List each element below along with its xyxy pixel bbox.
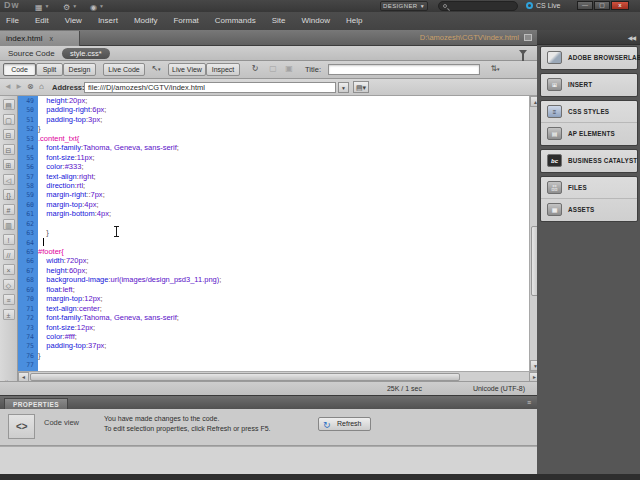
code-line-71[interactable]: 71 text-align:center;	[18, 304, 529, 313]
horizontal-scrollbar[interactable]: ◄ ►	[18, 371, 540, 381]
panel-item-adobe-browserlab[interactable]: ADOBE BROWSERLAB	[541, 47, 637, 69]
collapse-full-tag-icon[interactable]: ⊟	[3, 129, 15, 140]
code-line-59[interactable]: 59 margin-right::7px;	[18, 190, 529, 199]
balance-braces-icon[interactable]: {}	[3, 189, 15, 200]
code-line-66[interactable]: 66 width:720px;	[18, 256, 529, 265]
design-view-button[interactable]: Design	[63, 63, 96, 76]
tab-close-icon[interactable]: x	[49, 35, 53, 42]
code-line-60[interactable]: 60 margin-top:4px;	[18, 200, 529, 209]
select-parent-tag-icon[interactable]: ◁	[3, 174, 15, 185]
menu-format[interactable]: Format	[165, 12, 206, 30]
refresh-button[interactable]: ↻Refresh	[318, 417, 371, 431]
menu-commands[interactable]: Commands	[207, 12, 264, 30]
filter-related-files-icon[interactable]	[519, 50, 527, 55]
forward-icon[interactable]: ►	[15, 81, 23, 93]
panel-item-business-catalyst[interactable]: bcBUSINESS CATALYST	[541, 150, 637, 172]
menu-insert[interactable]: Insert	[90, 12, 126, 30]
home-icon[interactable]: ⌂	[39, 81, 44, 93]
collapse-selection-icon[interactable]: ⊟	[3, 144, 15, 155]
code-view-button[interactable]: Code	[3, 63, 36, 76]
document-title-input[interactable]	[328, 64, 480, 75]
refresh-design-view-icon[interactable]: ↻	[248, 63, 262, 76]
restore-doc-window-icon[interactable]	[524, 34, 532, 41]
code-line-65[interactable]: 65#footer{	[18, 247, 529, 256]
remove-comment-icon[interactable]: ×	[3, 264, 15, 275]
expand-all-icon[interactable]: ⊞	[3, 159, 15, 170]
menu-view[interactable]: View	[57, 12, 90, 30]
code-line-57[interactable]: 57 text-align:right;	[18, 172, 529, 181]
address-dropdown-icon[interactable]: ▼	[338, 82, 349, 93]
properties-panel-header[interactable]: PROPERTIES ≡	[0, 395, 537, 409]
minimize-button[interactable]: —	[577, 1, 593, 10]
menu-edit[interactable]: Edit	[27, 12, 57, 30]
menu-site[interactable]: Site	[264, 12, 294, 30]
panel-item-files[interactable]: 品FILES	[541, 177, 637, 199]
syntax-error-alerts-icon[interactable]: !	[3, 234, 15, 245]
code-line-49[interactable]: 49 height:20px;	[18, 96, 529, 105]
file-management-icon[interactable]: ⇅▾	[487, 63, 503, 76]
code-line-73[interactable]: 73 font-size:12px;	[18, 323, 529, 332]
cs-live-button[interactable]: CS Live	[526, 1, 561, 11]
code-line-63[interactable]: 63 }	[18, 228, 529, 237]
horizontal-scroll-thumb[interactable]	[30, 373, 460, 381]
search-input[interactable]	[438, 1, 518, 11]
site-icon[interactable]: ◉▼	[90, 1, 104, 11]
code-line-61[interactable]: 61 margin-bottom:4px;	[18, 209, 529, 218]
tab-index-html[interactable]: index.htmlx	[0, 31, 80, 46]
code-line-54[interactable]: 54 font-family:Tahoma, Geneva, sans-seri…	[18, 143, 529, 152]
stop-icon[interactable]: ⊗	[27, 81, 34, 93]
close-button[interactable]: x	[611, 1, 629, 10]
menu-modify[interactable]: Modify	[126, 12, 166, 30]
code-line-68[interactable]: 68 background-image:url(images/design_ps…	[18, 275, 529, 284]
address-input[interactable]: file:///D|/amozesh/CGTV/index.html	[84, 82, 336, 93]
code-line-62[interactable]: 62	[18, 219, 529, 228]
split-view-button[interactable]: Split	[36, 63, 63, 76]
collapse-to-icons-icon[interactable]: ◀◀	[628, 34, 635, 41]
code-line-53[interactable]: 53.content_txt{	[18, 134, 529, 143]
live-view-button[interactable]: Live View	[168, 63, 206, 76]
code-line-56[interactable]: 56 color:#333;	[18, 162, 529, 171]
apply-comment-icon[interactable]: //	[3, 249, 15, 260]
extend-gear-icon[interactable]: ⚙▼	[63, 1, 77, 11]
code-line-51[interactable]: 51 padding-top:3px;	[18, 115, 529, 124]
code-line-67[interactable]: 67 height:60px;	[18, 266, 529, 275]
back-icon[interactable]: ◄	[4, 81, 12, 93]
panel-item-css-styles[interactable]: ≡CSS STYLES	[541, 101, 637, 123]
panel-item-insert[interactable]: ⊞INSERT	[541, 74, 637, 96]
code-line-77[interactable]: 77	[18, 360, 529, 369]
menu-help[interactable]: Help	[338, 12, 370, 30]
open-documents-icon[interactable]: ▤	[3, 99, 15, 110]
code-line-72[interactable]: 72 font-family:Tahoma, Geneva, sans-seri…	[18, 313, 529, 322]
wrap-tag-icon[interactable]: ◇	[3, 279, 15, 290]
restore-button[interactable]: ▢	[594, 1, 610, 10]
code-line-69[interactable]: 69 float:left;	[18, 285, 529, 294]
menu-file[interactable]: File	[0, 12, 27, 30]
code-line-64[interactable]: 64	[18, 238, 529, 247]
source-code-button[interactable]: Source Code	[8, 46, 55, 61]
code-editor[interactable]: 49 height:20px;50 padding-right:6px;51 p…	[18, 96, 529, 371]
code-line-52[interactable]: 52}	[18, 124, 529, 133]
show-code-navigator-icon[interactable]: ▢	[3, 114, 15, 125]
workspace-switcher-button[interactable]: DESIGNER ▼	[380, 1, 428, 11]
code-line-75[interactable]: 75 padding-top:37px;	[18, 341, 529, 350]
move-convert-css-icon[interactable]: ±	[3, 309, 15, 320]
menu-window[interactable]: Window	[294, 12, 338, 30]
code-line-70[interactable]: 70 margin-top:12px;	[18, 294, 529, 303]
code-line-58[interactable]: 58 direction:rtl;	[18, 181, 529, 190]
line-numbers-icon[interactable]: #	[3, 204, 15, 215]
code-line-55[interactable]: 55 font-size:11px;	[18, 153, 529, 162]
code-line-50[interactable]: 50 padding-right:6px;	[18, 105, 529, 114]
inspect-button[interactable]: Inspect	[206, 63, 240, 76]
code-line-74[interactable]: 74 color:#fff;	[18, 332, 529, 341]
code-line-76[interactable]: 76}	[18, 351, 529, 360]
panel-item-assets[interactable]: ▦ASSETS	[541, 199, 637, 221]
layout-switcher-icon[interactable]: ▦▼	[35, 1, 50, 11]
live-view-options-icon[interactable]: ↖▾	[148, 63, 164, 76]
recent-snippets-icon[interactable]: ≡	[3, 294, 15, 305]
panel-item-ap-elements[interactable]: ▤AP ELEMENTS	[541, 123, 637, 145]
panel-menu-icon[interactable]: ≡	[527, 399, 531, 406]
live-code-button[interactable]: Live Code	[103, 63, 145, 76]
highlight-invalid-code-icon[interactable]: ▥	[3, 219, 15, 230]
browse-options-icon[interactable]: ▤▾	[353, 81, 369, 93]
style-css-tab[interactable]: style.css*	[62, 48, 110, 59]
